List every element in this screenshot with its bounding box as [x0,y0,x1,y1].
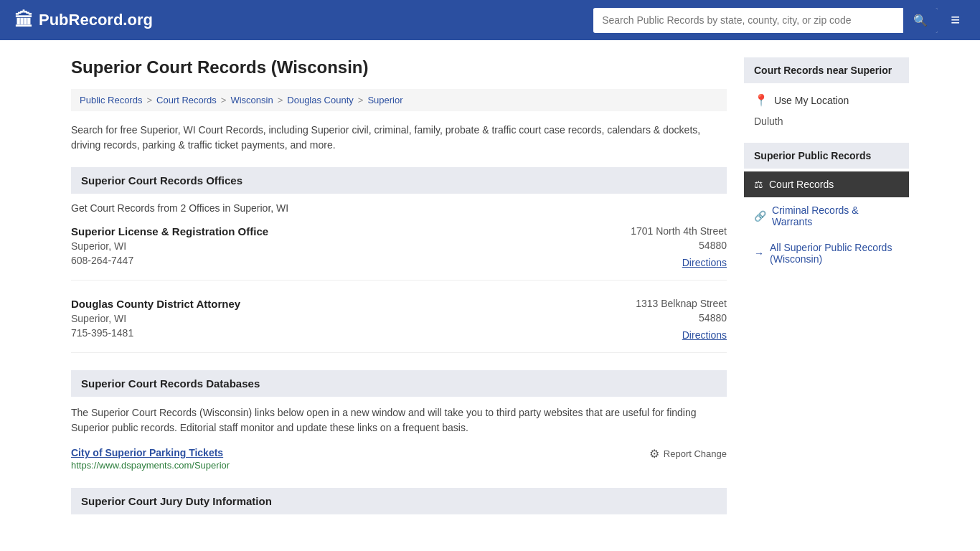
office-address-2: 1313 Belknap Street 54880 Directions [636,298,727,341]
sidebar-link-all-public-records[interactable]: → All Superior Public Records (Wisconsin… [744,235,909,272]
office-name-1: Superior License & Registration Office [71,225,268,237]
office-card-2: Douglas County District Attorney Superio… [71,298,727,353]
menu-icon: ≡ [951,11,960,29]
office-address-line-1: 1701 North 4th Street [631,225,727,237]
directions-link-1[interactable]: Directions [682,257,727,268]
office-city-1: Superior, WI [71,240,268,252]
directions-link-2[interactable]: Directions [682,329,727,341]
report-change-icon: ⚙ [649,447,659,461]
breadcrumb-sep-4: > [358,95,364,105]
logo-icon: 🏛 [14,9,33,32]
search-bar: 🔍 [593,8,938,33]
databases-section-header: Superior Court Records Databases [71,370,727,397]
sidebar-nearby-title: Court Records near Superior [744,57,909,83]
breadcrumb-douglas-county[interactable]: Douglas County [287,95,354,105]
logo-text: PubRecord.org [39,11,153,29]
menu-button[interactable]: ≡ [945,8,966,32]
db-entry-1: City of Superior Parking Tickets https:/… [71,447,727,471]
db-url-parking: https://www.dspayments.com/Superior [71,460,230,471]
breadcrumb-sep-2: > [221,95,227,105]
page-title: Superior Court Records (Wisconsin) [71,57,727,77]
office-card-1: Superior License & Registration Office S… [71,225,727,281]
breadcrumb-sep-1: > [146,95,152,105]
office-count: Get Court Records from 2 Offices in Supe… [71,202,727,214]
office-info-1: Superior License & Registration Office S… [71,225,268,268]
office-phone-1: 608-264-7447 [71,255,268,266]
report-change-button[interactable]: ⚙ Report Change [649,447,727,461]
page-container: Superior Court Records (Wisconsin) Publi… [60,40,920,540]
sidebar-nearby-box: Court Records near Superior 📍 Use My Loc… [744,57,909,131]
intro-text: Search for free Superior, WI Court Recor… [71,123,727,153]
office-zip-2: 54880 [636,312,727,324]
court-records-icon: ⚖ [754,179,763,190]
db-entry-left: City of Superior Parking Tickets https:/… [71,447,230,471]
office-phone-2: 715-395-1481 [71,327,240,339]
court-records-label: Court Records [769,179,834,190]
office-address-line-2: 1313 Belknap Street [636,298,727,309]
search-button[interactable]: 🔍 [903,8,938,33]
breadcrumb-wisconsin[interactable]: Wisconsin [230,95,273,105]
nearby-city: Duluth [744,111,909,131]
office-info-2: Douglas County District Attorney Superio… [71,298,240,341]
breadcrumb-court-records[interactable]: Court Records [156,95,217,105]
office-address-1: 1701 North 4th Street 54880 Directions [631,225,727,268]
sidebar-public-title: Superior Public Records [744,143,909,169]
breadcrumb: Public Records > Court Records > Wiscons… [71,89,727,111]
sidebar-public-records-box: Superior Public Records ⚖ Court Records … [744,143,909,272]
offices-section-header: Superior Court Records Offices [71,167,727,194]
all-records-icon: → [754,248,764,259]
search-input[interactable] [593,9,903,32]
search-icon: 🔍 [913,14,928,27]
criminal-records-label: Criminal Records & Warrants [772,204,899,227]
breadcrumb-sep-3: > [278,95,283,105]
criminal-records-icon: 🔗 [754,210,766,222]
site-logo[interactable]: 🏛 PubRecord.org [14,9,153,32]
all-records-label: All Superior Public Records (Wisconsin) [770,242,899,265]
db-link-parking[interactable]: City of Superior Parking Tickets [71,447,223,458]
office-city-2: Superior, WI [71,313,240,324]
main-content: Superior Court Records (Wisconsin) Publi… [71,57,727,523]
databases-intro: The Superior Court Records (Wisconsin) l… [71,405,727,435]
header-right: 🔍 ≡ [593,8,966,33]
breadcrumb-public-records[interactable]: Public Records [80,95,142,105]
office-zip-1: 54880 [631,240,727,251]
location-icon: 📍 [754,93,768,107]
sidebar-link-court-records[interactable]: ⚖ Court Records [744,171,909,197]
sidebar-link-criminal-records[interactable]: 🔗 Criminal Records & Warrants [744,197,909,235]
jury-section-header: Superior Court Jury Duty Information [71,488,727,514]
report-change-label: Report Change [664,448,727,459]
site-header: 🏛 PubRecord.org 🔍 ≡ [0,0,980,40]
use-location-label: Use My Location [774,95,849,106]
breadcrumb-superior[interactable]: Superior [367,95,402,105]
use-my-location-button[interactable]: 📍 Use My Location [744,89,909,111]
sidebar: Court Records near Superior 📍 Use My Loc… [744,57,909,523]
office-name-2: Douglas County District Attorney [71,298,240,310]
